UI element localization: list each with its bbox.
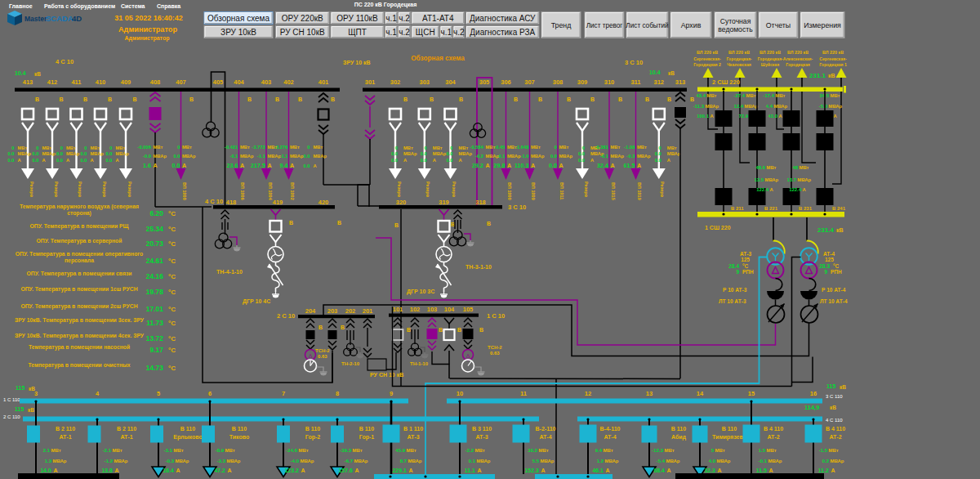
svg-text:-1.2: -1.2	[105, 459, 114, 463]
svg-text:°С: °С	[168, 365, 176, 372]
svg-text:А: А	[769, 468, 773, 473]
svg-text:Тиково: Тиково	[229, 434, 250, 440]
svg-text:АТ1-АТ4: АТ1-АТ4	[422, 14, 454, 23]
svg-text:МВт: МВт	[667, 145, 677, 150]
svg-text:1 С 110: 1 С 110	[3, 397, 20, 402]
svg-text:А: А	[718, 468, 722, 473]
svg-text:43.4: 43.4	[697, 93, 706, 98]
svg-text:МВт: МВт	[18, 145, 28, 150]
svg-text:115: 115	[16, 385, 24, 391]
svg-text:0.0: 0.0	[446, 151, 452, 156]
svg-text:В-2-110: В-2-110	[536, 426, 556, 432]
svg-text:10.4: 10.4	[15, 70, 26, 76]
svg-text:Р 10 АТ-3: Р 10 АТ-3	[723, 287, 747, 293]
svg-text:ТН-2-10: ТН-2-10	[341, 361, 360, 366]
svg-text:ч.1: ч.1	[440, 28, 452, 37]
svg-text:4D: 4D	[72, 14, 82, 23]
svg-text:10.4: 10.4	[649, 69, 661, 75]
svg-text:МВт: МВт	[707, 93, 717, 98]
svg-text:кВ: кВ	[28, 407, 34, 413]
svg-text:302: 302	[390, 78, 401, 86]
svg-text:кВ: кВ	[840, 384, 846, 390]
svg-text:Р 10 АТ-4: Р 10 АТ-4	[822, 287, 846, 293]
svg-text:АТ-2: АТ-2	[767, 434, 779, 440]
svg-text:А: А	[834, 114, 838, 119]
svg-text:-17.4: -17.4	[764, 93, 775, 98]
svg-text:0.2: 0.2	[822, 459, 830, 463]
svg-text:Ерлыково: Ерлыково	[173, 434, 202, 441]
svg-text:11.2: 11.2	[818, 468, 829, 473]
svg-text:13.8: 13.8	[101, 468, 113, 473]
svg-text:В 3 110: В 3 110	[472, 426, 492, 432]
svg-text:-0.3: -0.3	[627, 154, 636, 159]
svg-text:Абид: Абид	[671, 434, 687, 441]
svg-text:МВАр: МВАр	[706, 104, 719, 109]
svg-text:-0.006: -0.006	[138, 145, 152, 150]
svg-text:0.0: 0.0	[56, 151, 63, 156]
svg-text:14.0: 14.0	[40, 468, 51, 473]
svg-text:°С: °С	[168, 210, 176, 217]
svg-text:0.0: 0.0	[105, 151, 112, 156]
svg-text:304: 304	[445, 78, 456, 86]
svg-text:0.0: 0.0	[173, 154, 180, 159]
svg-text:ДГР 10 3С: ДГР 10 3С	[407, 289, 434, 295]
svg-text:МВт: МВт	[113, 448, 122, 453]
svg-text:103: 103	[427, 306, 438, 313]
svg-text:°С: °С	[168, 289, 176, 296]
svg-text:28.4: 28.4	[728, 263, 739, 269]
svg-text:8.7: 8.7	[400, 459, 408, 463]
svg-text:203: 203	[327, 307, 338, 315]
svg-text:МВт: МВт	[91, 145, 100, 150]
svg-text:408: 408	[150, 78, 161, 86]
svg-text:сторона): сторона)	[67, 210, 91, 217]
svg-text:0.0: 0.0	[7, 158, 14, 163]
svg-text:2 С 110: 2 С 110	[3, 414, 20, 419]
svg-text:В: В	[618, 96, 622, 102]
svg-text:А: А	[486, 162, 490, 169]
svg-text:МВАр: МВАр	[559, 154, 573, 159]
svg-text:105: 105	[463, 306, 474, 313]
svg-text:0.63: 0.63	[318, 354, 327, 359]
svg-text:1.5: 1.5	[759, 448, 766, 453]
svg-text:ЗРУ 10кВ. Температура в помеще: ЗРУ 10кВ. Температура в помещении 4сек. …	[15, 333, 145, 339]
svg-text:122.4: 122.4	[789, 187, 801, 192]
svg-text:В: В	[430, 96, 434, 102]
svg-text:23.6: 23.6	[227, 162, 238, 169]
svg-text:кВ: кВ	[34, 71, 41, 77]
svg-text:МВт: МВт	[116, 145, 126, 150]
svg-text:А: А	[290, 162, 294, 169]
svg-text:Температура в помещении очистн: Температура в помещении очистных	[28, 362, 130, 369]
svg-text:ВП 1009: ВП 1009	[531, 182, 536, 200]
svg-text:-0.1: -0.1	[759, 459, 768, 463]
svg-text:кВ: кВ	[836, 227, 844, 233]
svg-text:9.4: 9.4	[595, 448, 603, 453]
svg-text:231.1: 231.1	[809, 72, 826, 79]
svg-text:Обзорная схема: Обзорная схема	[411, 54, 465, 62]
svg-text:Лист событий: Лист событий	[626, 22, 668, 29]
svg-text:А: А	[54, 468, 58, 473]
svg-text:Работа с оборудованием: Работа с оборудованием	[44, 3, 115, 10]
svg-text:-27.4: -27.4	[734, 93, 746, 98]
svg-text:МВт: МВт	[353, 448, 363, 453]
svg-text:Сергеевская-: Сергеевская-	[693, 56, 721, 61]
svg-text:0: 0	[307, 145, 310, 150]
svg-text:МВАр: МВАр	[53, 459, 67, 463]
svg-text:ТСН-2: ТСН-2	[488, 345, 502, 350]
svg-text:ОРУ 220кВ: ОРУ 220кВ	[282, 14, 323, 23]
svg-text:418: 418	[226, 199, 237, 206]
svg-text:ОПУ. Температура в серверной: ОПУ. Температура в серверной	[37, 238, 122, 244]
svg-text:SCADA: SCADA	[46, 14, 74, 23]
svg-text:МВАр: МВАр	[768, 459, 782, 463]
svg-text:Обзорная схема: Обзорная схема	[207, 14, 270, 23]
svg-text:АТ-3: АТ-3	[407, 434, 419, 440]
svg-text:0.0: 0.0	[446, 158, 452, 163]
svg-text:МВт: МВт	[174, 448, 184, 453]
svg-text:МВт: МВт	[767, 165, 777, 170]
svg-text:МВт: МВт	[314, 145, 323, 150]
svg-text:ОПУ. Температура в помещении о: ОПУ. Температура в помещении оперативног…	[16, 251, 143, 257]
svg-text:В: В	[318, 325, 323, 330]
svg-text:0.0: 0.0	[578, 158, 585, 163]
svg-text:АТ-4: АТ-4	[539, 434, 551, 440]
svg-text:МВт: МВт	[42, 145, 52, 150]
svg-text:0.0: 0.0	[655, 158, 662, 163]
